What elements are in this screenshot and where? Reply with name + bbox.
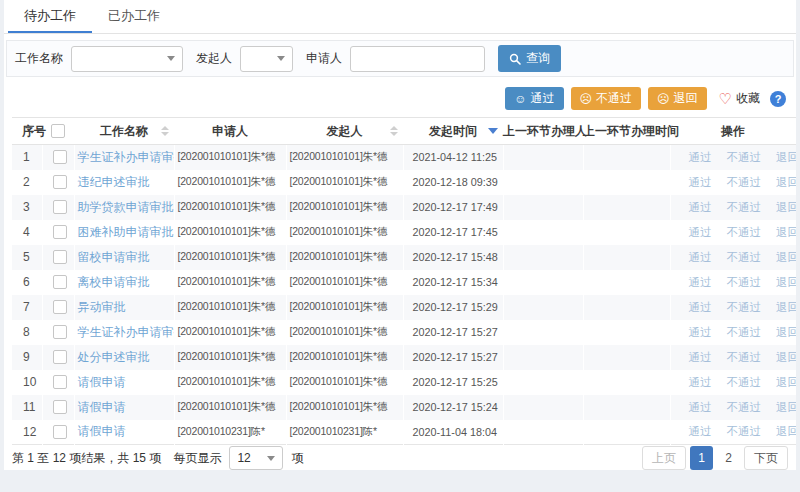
row-approve-link[interactable]: 通过 [689, 425, 712, 437]
row-reject-link[interactable]: 不通过 [727, 176, 762, 188]
frown-face-icon: ☹ [580, 93, 593, 105]
col-start-time[interactable]: 发起时间 [403, 118, 503, 145]
row-approve-link[interactable]: 通过 [689, 401, 712, 413]
work-name-link[interactable]: 离校申请审批 [78, 275, 150, 289]
row-return-link[interactable]: 退回 [776, 226, 796, 238]
row-approve-link[interactable]: 通过 [689, 151, 712, 163]
work-name-link[interactable]: 处分申述审批 [78, 350, 150, 364]
row-approve-link[interactable]: 通过 [689, 326, 712, 338]
row-return-link[interactable]: 退回 [776, 176, 796, 188]
row-checkbox[interactable] [53, 325, 67, 339]
row-reject-link[interactable]: 不通过 [727, 301, 762, 313]
prev-time-cell [583, 270, 670, 295]
work-name-link[interactable]: 学生证补办申请审批 [78, 150, 175, 164]
row-approve-link[interactable]: 通过 [689, 226, 712, 238]
row-reject-link[interactable]: 不通过 [727, 326, 762, 338]
work-name-cell: 学生证补办申请审批 [74, 320, 174, 345]
applicant-cell: [202001010101]朱*德 [174, 270, 286, 295]
work-name-select[interactable] [71, 46, 183, 72]
work-name-link[interactable]: 助学贷款申请审批 [78, 200, 174, 214]
row-return-link[interactable]: 退回 [776, 326, 796, 338]
row-checkbox[interactable] [53, 250, 67, 264]
row-reject-link[interactable]: 不通过 [727, 226, 762, 238]
row-approve-link[interactable]: 通过 [689, 301, 712, 313]
start-time-cell: 2020-12-17 15:29 [403, 295, 503, 320]
tab-done-work[interactable]: 已办工作 [92, 0, 176, 33]
row-reject-link[interactable]: 不通过 [727, 276, 762, 288]
work-name-link[interactable]: 请假申请 [78, 424, 126, 438]
row-actions-cell: 通过不通过退回 [670, 345, 796, 370]
row-return-link[interactable]: 退回 [776, 151, 796, 163]
initiator-select[interactable] [240, 46, 293, 72]
work-name-link[interactable]: 学生证补办申请审批 [78, 325, 175, 339]
row-checkbox-cell [42, 220, 74, 245]
row-checkbox[interactable] [53, 375, 67, 389]
row-checkbox[interactable] [53, 425, 67, 439]
row-checkbox[interactable] [53, 300, 67, 314]
row-index: 3 [12, 195, 42, 220]
row-reject-link[interactable]: 不通过 [727, 351, 762, 363]
row-approve-link[interactable]: 通过 [689, 201, 712, 213]
work-name-cell: 离校申请审批 [74, 270, 174, 295]
row-reject-link[interactable]: 不通过 [727, 151, 762, 163]
next-page-button[interactable]: 下页 [744, 446, 788, 470]
col-initiator[interactable]: 发起人 [286, 118, 403, 145]
prev-page-button[interactable]: 上页 [642, 446, 686, 470]
bulk-approve-button[interactable]: ☺ 通过 [505, 87, 563, 110]
row-return-link[interactable]: 退回 [776, 201, 796, 213]
bulk-return-button[interactable]: ☹ 退回 [648, 87, 707, 110]
tab-pending-work[interactable]: 待办工作 [8, 0, 92, 33]
table-row: 9处分申述审批[202001010101]朱*德[202001010101]朱*… [12, 345, 796, 370]
page-button-1[interactable]: 1 [690, 446, 713, 470]
row-return-link[interactable]: 退回 [776, 401, 796, 413]
initiator-cell: [202001010101]朱*德 [286, 295, 403, 320]
prev-handler-cell [503, 245, 583, 270]
row-return-link[interactable]: 退回 [776, 301, 796, 313]
applicant-input[interactable] [350, 46, 485, 72]
row-checkbox[interactable] [53, 350, 67, 364]
work-name-link[interactable]: 请假申请 [78, 400, 126, 414]
row-actions-cell: 通过不通过退回 [670, 420, 796, 445]
row-return-link[interactable]: 退回 [776, 425, 796, 437]
row-approve-link[interactable]: 通过 [689, 376, 712, 388]
favorite-button[interactable]: ♡ 收藏 [719, 90, 760, 107]
search-button[interactable]: 查询 [498, 45, 561, 72]
prev-handler-cell [503, 345, 583, 370]
row-return-link[interactable]: 退回 [776, 376, 796, 388]
row-approve-link[interactable]: 通过 [689, 176, 712, 188]
frown-face-icon: ☹ [657, 93, 670, 105]
applicant-cell: [202001010101]朱*德 [174, 395, 286, 420]
row-checkbox[interactable] [53, 150, 67, 164]
row-return-link[interactable]: 退回 [776, 351, 796, 363]
work-name-cell: 请假申请 [74, 370, 174, 395]
row-index: 1 [12, 145, 42, 170]
page-size-select[interactable]: 12 [229, 446, 283, 470]
row-checkbox[interactable] [53, 400, 67, 414]
row-reject-link[interactable]: 不通过 [727, 201, 762, 213]
row-reject-link[interactable]: 不通过 [727, 376, 762, 388]
page-button-2[interactable]: 2 [717, 446, 740, 470]
col-work-name[interactable]: 工作名称 [74, 118, 174, 145]
help-icon[interactable]: ? [770, 91, 786, 107]
work-name-link[interactable]: 困难补助申请审批 [78, 225, 174, 239]
row-checkbox[interactable] [53, 225, 67, 239]
select-all-checkbox[interactable] [51, 124, 65, 138]
row-approve-link[interactable]: 通过 [689, 251, 712, 263]
row-approve-link[interactable]: 通过 [689, 351, 712, 363]
row-return-link[interactable]: 退回 [776, 276, 796, 288]
row-reject-link[interactable]: 不通过 [727, 251, 762, 263]
row-approve-link[interactable]: 通过 [689, 276, 712, 288]
page-size-unit: 项 [291, 450, 303, 467]
work-name-link[interactable]: 留校申请审批 [78, 250, 150, 264]
row-return-link[interactable]: 退回 [776, 251, 796, 263]
work-name-link[interactable]: 请假申请 [78, 375, 126, 389]
row-checkbox[interactable] [53, 275, 67, 289]
row-checkbox[interactable] [53, 200, 67, 214]
row-checkbox[interactable] [53, 175, 67, 189]
work-name-link[interactable]: 违纪申述审批 [78, 175, 150, 189]
work-name-link[interactable]: 异动审批 [78, 300, 126, 314]
prev-handler-cell [503, 370, 583, 395]
row-reject-link[interactable]: 不通过 [727, 425, 762, 437]
bulk-reject-button[interactable]: ☹ 不通过 [571, 87, 642, 110]
row-reject-link[interactable]: 不通过 [727, 401, 762, 413]
